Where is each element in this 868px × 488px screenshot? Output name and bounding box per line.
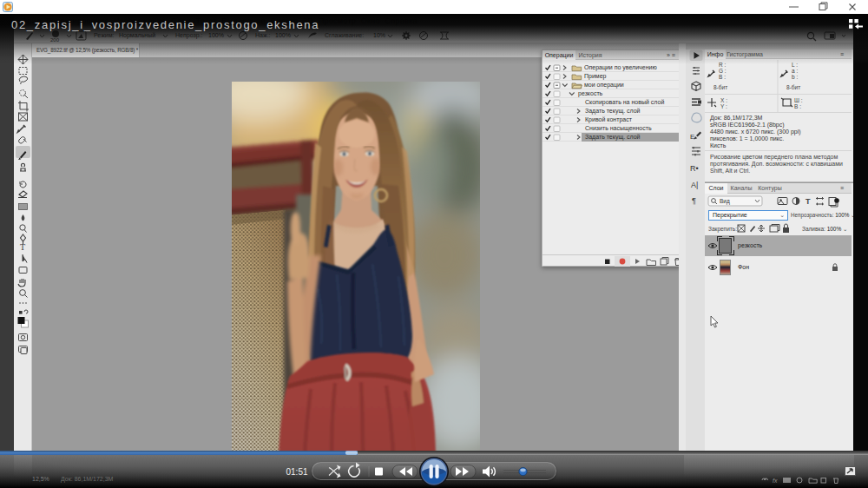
- svg-text:Вид: Вид: [720, 198, 730, 205]
- svg-text:b :: b :: [792, 74, 798, 80]
- svg-text:E: E: [690, 133, 694, 141]
- svg-text:Скопировать на новый слой: Скопировать на новый слой: [585, 99, 664, 106]
- svg-text:T: T: [20, 242, 25, 252]
- svg-text:Задать текущ. слой: Задать текущ. слой: [585, 134, 641, 141]
- svg-text:Ш :: Ш :: [794, 97, 803, 103]
- svg-text:Закрепить:: Закрепить:: [708, 226, 737, 233]
- svg-text:8-бит: 8-бит: [713, 84, 727, 90]
- svg-text:Операции по увеличению: Операции по увеличению: [584, 64, 657, 71]
- svg-text:Заливка: 100% ⌄: Заливка: 100% ⌄: [802, 226, 848, 232]
- svg-text:Пример: Пример: [584, 73, 607, 80]
- svg-text:G :: G :: [719, 68, 727, 74]
- svg-text:T: T: [806, 197, 811, 206]
- svg-text:a :: a :: [792, 68, 798, 74]
- svg-text:мои операции: мои операции: [584, 82, 624, 89]
- svg-text:B :: B :: [719, 74, 726, 80]
- svg-text:fx: fx: [773, 478, 778, 484]
- svg-text:резкость: резкость: [578, 90, 603, 97]
- svg-text:X :: X :: [720, 97, 727, 103]
- svg-text:A|: A|: [691, 181, 698, 189]
- svg-text:Снизить насыщенность: Снизить насыщенность: [585, 125, 652, 132]
- svg-text:Кривой контраст: Кривой контраст: [585, 116, 633, 123]
- svg-text:В :: В :: [794, 103, 801, 109]
- svg-text:Y :: Y :: [720, 103, 727, 109]
- svg-text:Задать текущ. слой: Задать текущ. слой: [585, 108, 641, 115]
- svg-text:R•: R•: [690, 164, 699, 173]
- svg-text:¶: ¶: [692, 196, 696, 205]
- svg-text:8-бит: 8-бит: [786, 84, 800, 90]
